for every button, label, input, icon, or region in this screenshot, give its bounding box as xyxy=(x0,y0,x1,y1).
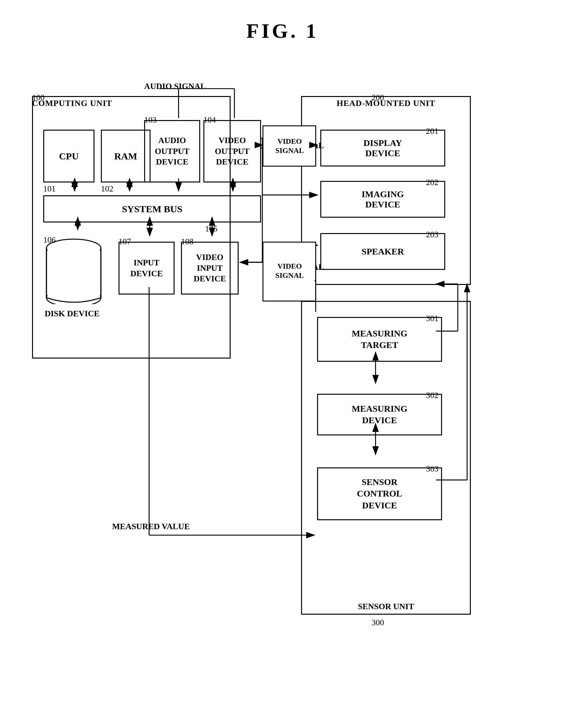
label-203: 203 xyxy=(426,230,439,239)
label-108: 108 xyxy=(181,237,193,247)
label-200: 200 xyxy=(372,93,384,102)
measuring-target-box: MEASURING TARGET xyxy=(317,317,442,362)
label-103: 103 xyxy=(144,115,157,125)
sensor-control-box: SENSOR CONTROL DEVICE xyxy=(317,467,442,520)
label-107: 107 xyxy=(118,237,131,247)
label-102: 102 xyxy=(101,184,113,194)
svg-rect-3 xyxy=(47,248,100,298)
label-104: 104 xyxy=(203,115,216,125)
page-title: FIG. 1 xyxy=(0,0,565,43)
label-201: 201 xyxy=(426,126,439,136)
audio-signal-label: AUDIO SIGNAL xyxy=(144,82,206,91)
measuring-device-box: MEASURING DEVICE xyxy=(317,394,442,435)
ram-box: RAM xyxy=(101,130,150,182)
disk-device-icon xyxy=(43,235,104,304)
video-signal-bottom-label: VIDEO SIGNAL xyxy=(262,263,324,272)
video-input-box: VIDEO INPUT DEVICE xyxy=(181,242,238,295)
label-300: 300 xyxy=(372,618,384,627)
label-101: 101 xyxy=(43,184,56,194)
label-106: 106 xyxy=(43,235,56,245)
svg-line-44 xyxy=(262,149,263,247)
label-302: 302 xyxy=(426,391,439,400)
label-301: 301 xyxy=(426,314,439,323)
sensor-unit-label: SENSOR UNIT xyxy=(301,602,471,611)
head-mounted-unit-label: HEAD-MOUNTED UNIT xyxy=(301,99,471,108)
input-device-box: INPUT DEVICE xyxy=(118,242,174,295)
label-202: 202 xyxy=(426,178,439,187)
label-303: 303 xyxy=(426,464,439,474)
video-signal-top-label: VIDEO SIGNAL xyxy=(262,141,324,150)
video-output-box: VIDEO OUTPUT DEVICE xyxy=(203,120,261,182)
cpu-box: CPU xyxy=(43,130,94,182)
audio-output-box: AUDIO OUTPUT DEVICE xyxy=(144,120,200,182)
svg-text:SIGNAL: SIGNAL xyxy=(275,271,304,279)
disk-device-label: DISK DEVICE xyxy=(43,309,101,319)
measured-value-label: MEASURED VALUE xyxy=(112,522,190,531)
label-100: 100 xyxy=(32,93,44,102)
label-105: 105 xyxy=(205,224,217,234)
system-bus-box: SYSTEM BUS xyxy=(43,195,261,222)
